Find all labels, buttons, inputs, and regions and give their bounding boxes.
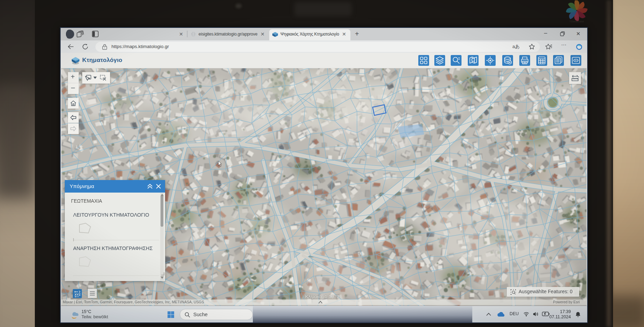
svg-text:XYZ: XYZ: [75, 293, 81, 296]
svg-text:TDataColor: TDataColor: [569, 20, 584, 23]
